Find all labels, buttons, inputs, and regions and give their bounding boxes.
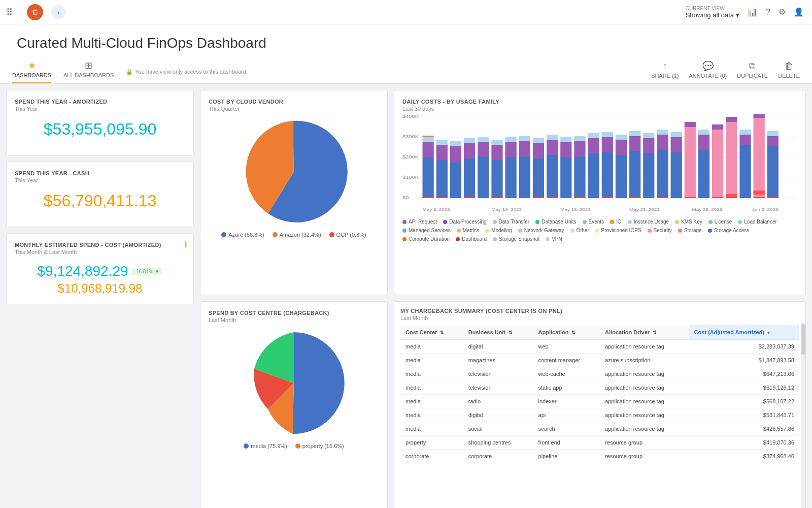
svg-rect-45 [547,135,558,140]
current-view-label: CURRENT VIEW [686,6,739,11]
toolbar: ★ DASHBOARDS ⊞ ALL DASHBOARDS 🔒 You have… [12,60,800,83]
daily-costs-title: DAILY COSTS - BY USAGE FAMILY [402,99,797,105]
svg-rect-100 [767,131,779,136]
svg-rect-82 [698,135,709,150]
svg-rect-27 [478,142,489,156]
logo-text: C [32,8,38,16]
tab-all-dashboards-label: ALL DASHBOARDS [63,72,114,78]
tab-all-dashboards[interactable]: ⊞ ALL DASHBOARDS [63,60,114,83]
spend-by-cost-centre-card: SPEND BY COST CENTRE (CHARGEBACK) Last M… [200,301,388,508]
share-button[interactable]: ↑ SHARE (1) [651,61,679,79]
daily-costs-subtitle: Last 30 days [402,106,797,112]
col-application[interactable]: Application ⇅ [533,325,600,340]
nav-forward-button[interactable]: › [51,5,65,19]
view-only-notice: 🔒 You have view only access to this dash… [126,69,248,75]
legend-compute-duration: Compute Duration [402,236,450,242]
svg-rect-44 [547,140,558,155]
spend-amortized-card: SPEND THIS YEAR - AMORTIZED This Year $5… [6,90,194,155]
spend-amortized-subtitle: This Year [15,106,185,112]
col-allocation-driver[interactable]: Allocation Driver ⇅ [600,325,689,340]
current-view-value[interactable]: Showing all data ▾ [686,11,739,19]
top-bar-icons: 📊 ? ⚙ 👤 [748,7,804,17]
svg-rect-85 [712,124,723,130]
svg-rect-53 [574,197,585,198]
svg-text:Jun 2, 2023: Jun 2, 2023 [752,207,779,212]
svg-rect-78 [685,127,696,198]
delete-button[interactable]: 🗑 DELETE [778,61,800,79]
svg-rect-79 [685,122,696,127]
scrollbar-thumb[interactable] [801,324,805,355]
grid-icon[interactable]: ⠿ [0,7,19,18]
svg-rect-77 [671,132,682,137]
help-icon[interactable]: ? [766,8,770,17]
svg-rect-69 [643,138,654,153]
dashboard-title[interactable]: Curated Multi-Cloud FinOps Dashboard [12,33,800,54]
vendor-pie-svg [238,116,350,228]
legend-media: media (75.9%) [244,443,287,449]
svg-rect-89 [726,197,737,198]
monthly-amounts: $9,124,892.29 -16.81% ▼ $10,968,919.98 [15,263,185,296]
svg-rect-29 [491,160,502,198]
top-bar-right: CURRENT VIEW Showing all data ▾ 📊 ? ⚙ 👤 [686,6,804,19]
legend-security: Security [648,228,672,233]
chargeback-table-wrapper[interactable]: Cost Center ⇅ Business Unit ⇅ Applicatio… [400,325,799,463]
annotate-button[interactable]: 💬 ANNOTATE (0) [689,60,727,79]
user-icon[interactable]: 👤 [794,7,804,17]
svg-rect-50 [574,156,585,198]
svg-rect-23 [464,143,475,158]
svg-rect-40 [533,143,544,158]
svg-rect-84 [712,130,723,198]
col-cost[interactable]: Cost (Adjusted Amortized) ▾ [689,325,799,340]
daily-costs-legend: API Request Data Processing Data Transfe… [402,219,797,242]
svg-rect-55 [588,138,599,153]
delete-label: DELETE [778,73,800,79]
legend-events: Events [583,219,604,225]
svg-rect-66 [629,131,640,136]
legend-network-gateway: Network Gateway [518,228,564,233]
duplicate-button[interactable]: ⧉ DUPLICATE [737,61,768,79]
legend-other: Other [570,228,589,233]
toolbar-right: ↑ SHARE (1) 💬 ANNOTATE (0) ⧉ DUPLICATE 🗑… [651,60,800,83]
current-view-container: CURRENT VIEW Showing all data ▾ [686,6,739,19]
legend-amazon: Amazon (32.4%) [273,232,321,238]
svg-rect-62 [616,140,627,155]
monthly-estimated-title: MONTHLY ESTIMATED SPEND - COST (AMORTIZE… [15,242,185,248]
svg-rect-74 [657,197,668,198]
table-row: media television web-cache application r… [400,367,799,381]
azure-dot [221,232,226,237]
svg-rect-34 [505,142,517,157]
chargeback-subtitle: Last Month [400,315,799,321]
col-business-unit[interactable]: Business Unit ⇅ [463,325,533,340]
top-bar-left: ⠿ C › [0,4,65,20]
legend-io: IO [610,219,622,225]
svg-rect-81 [698,150,709,198]
legend-gcp: GCP (0.8%) [329,232,366,238]
svg-rect-68 [643,153,654,198]
legend-vpn: VPN [546,236,562,242]
spend-by-cost-centre-chart: media (75.9%) property (15.6%) [209,323,379,453]
svg-rect-67 [629,197,640,198]
svg-rect-63 [616,135,627,140]
col-cost-center[interactable]: Cost Center ⇅ [400,325,463,340]
table-row: property shopping centres front end reso… [400,436,799,450]
star-icon: ★ [28,60,36,71]
svg-rect-12 [423,137,434,142]
svg-rect-13 [423,136,434,137]
tab-dashboards[interactable]: ★ DASHBOARDS [12,60,51,83]
share-icon: ↑ [663,61,667,72]
chart-icon[interactable]: 📊 [748,7,758,17]
legend-metrics: Metrics [457,228,479,233]
svg-rect-52 [574,136,585,141]
svg-rect-56 [588,133,599,138]
spend-cash-amount: $56,790,411.13 [15,192,185,210]
legend-dashboard: Dashboard [456,236,487,242]
amazon-dot [273,232,278,237]
daily-costs-card: DAILY COSTS - BY USAGE FAMILY Last 30 da… [394,90,806,295]
svg-rect-43 [547,155,558,198]
monthly-estimated-card: MONTHLY ESTIMATED SPEND - COST (AMORTIZE… [6,233,194,304]
svg-rect-71 [657,150,668,198]
info-icon[interactable]: ℹ [184,240,187,249]
svg-rect-96 [754,197,765,198]
settings-icon[interactable]: ⚙ [779,7,786,17]
table-row: media social search application resource… [400,422,799,436]
